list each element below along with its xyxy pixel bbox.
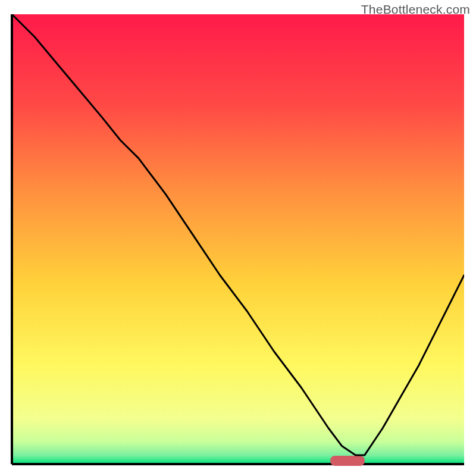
highlight-marker xyxy=(330,456,365,466)
chart-svg xyxy=(0,0,476,476)
watermark-text: TheBottleneck.com xyxy=(361,2,470,17)
chart-container: TheBottleneck.com xyxy=(0,0,476,476)
plot-background xyxy=(12,14,464,464)
